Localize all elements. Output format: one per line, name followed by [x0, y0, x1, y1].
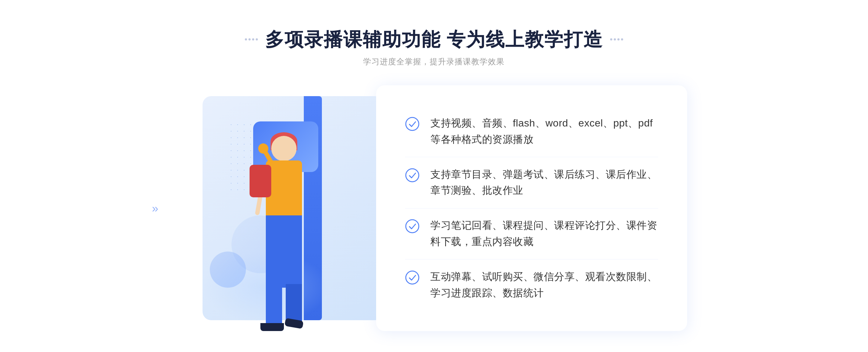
divider-3 [405, 259, 658, 259]
header-section: 多项录播课辅助功能 专为线上教学打造 学习进度全掌握，提升录播课教学效果 [245, 28, 623, 67]
divider-1 [405, 157, 658, 157]
check-icon-3 [405, 219, 420, 233]
title-row: 多项录播课辅助功能 专为线上教学打造 [245, 28, 623, 51]
title-dots-left [245, 38, 258, 40]
svg-point-3 [406, 271, 419, 284]
feature-item-4: 互动弹幕、试听购买、微信分享、观看次数限制、学习进度跟踪、数据统计 [405, 262, 658, 309]
left-arrows-decoration: » [152, 202, 158, 215]
feature-text-2: 支持章节目录、弹题考试、课后练习、课后作业、章节测验、批改作业 [430, 167, 658, 199]
feature-item-3: 学习笔记回看、课程提问、课程评论打分、课件资料下载，重点内容收藏 [405, 210, 658, 257]
feature-item-1: 支持视频、音频、flash、word、excel、ppt、pdf等各种格式的资源… [405, 108, 658, 155]
head [271, 136, 297, 161]
divider-2 [405, 208, 658, 209]
pants [266, 215, 302, 288]
main-title: 多项录播课辅助功能 专为线上教学打造 [265, 28, 603, 51]
right-panel: 支持视频、音频、flash、word、excel、ppt、pdf等各种格式的资源… [376, 85, 687, 331]
leg-left [266, 284, 282, 327]
content-area: » [181, 85, 687, 331]
illustration-container [181, 85, 391, 331]
title-dots-right [610, 38, 623, 40]
svg-point-1 [406, 169, 419, 182]
torso [266, 160, 302, 218]
svg-point-0 [406, 117, 419, 130]
subtitle: 学习进度全掌握，提升录播课教学效果 [363, 56, 505, 67]
page-container: 多项录播课辅助功能 专为线上教学打造 学习进度全掌握，提升录播课教学效果 » [0, 7, 868, 345]
feature-text-1: 支持视频、音频、flash、word、excel、ppt、pdf等各种格式的资源… [430, 115, 658, 148]
feature-item-2: 支持章节目录、弹题考试、课后练习、课后作业、章节测验、批改作业 [405, 159, 658, 206]
card-wrapper: 支持视频、音频、flash、word、excel、ppt、pdf等各种格式的资源… [376, 85, 687, 331]
feature-text-3: 学习笔记回看、课程提问、课程评论打分、课件资料下载，重点内容收藏 [430, 218, 658, 250]
person-figure [231, 121, 333, 331]
leg-right [286, 284, 302, 324]
svg-point-2 [406, 220, 419, 233]
shoe-left [260, 323, 284, 331]
backpack [250, 165, 271, 197]
check-icon-2 [405, 168, 420, 183]
feature-text-4: 互动弹幕、试听购买、微信分享、观看次数限制、学习进度跟踪、数据统计 [430, 269, 658, 301]
chevron-icon: » [152, 202, 158, 215]
check-icon-4 [405, 270, 420, 285]
check-icon-1 [405, 117, 420, 131]
